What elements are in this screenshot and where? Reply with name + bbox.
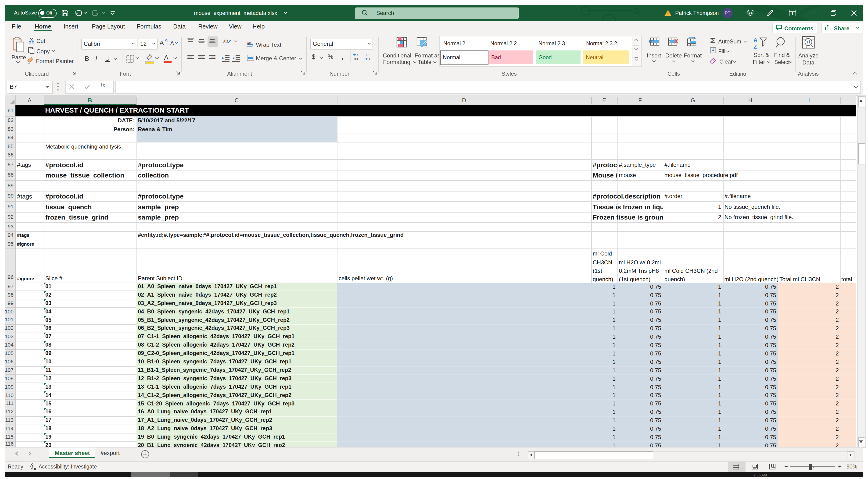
svg-text:Z: Z — [753, 43, 757, 49]
svg-text:.00: .00 — [364, 53, 369, 57]
svg-text:A: A — [753, 37, 757, 43]
svg-text:ab: ab — [247, 41, 251, 46]
svg-text:.00: .00 — [353, 57, 358, 61]
svg-text:0: 0 — [369, 57, 371, 61]
svg-text:ab: ab — [222, 38, 228, 44]
